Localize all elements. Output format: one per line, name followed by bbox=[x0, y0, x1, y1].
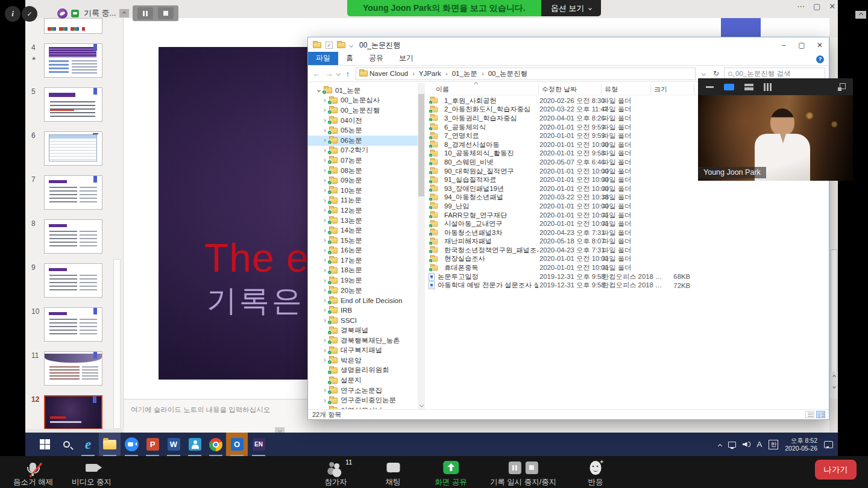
tray-expand-icon[interactable] bbox=[719, 439, 722, 450]
minimize-video-icon[interactable] bbox=[706, 86, 714, 88]
record-pause-stop-button[interactable]: 기록 일시 중지/중지 bbox=[490, 460, 556, 487]
gallery-view-icon[interactable] bbox=[764, 83, 772, 91]
tree-item[interactable]: ✓ IRB bbox=[308, 305, 425, 316]
tree-item[interactable]: ✓ 04이전 bbox=[308, 116, 425, 126]
network-icon[interactable] bbox=[728, 442, 736, 448]
stop-video-button[interactable]: 비디오 중지 bbox=[72, 460, 112, 487]
next-slide-button[interactable] bbox=[830, 382, 838, 391]
file-row[interactable]: 아동학대 예방 전문가 설문조사 설문지 2019-12-31 오후 9:58 … bbox=[426, 281, 828, 290]
file-row[interactable]: ✓ 94_아동청소년패널 2020-03-22 오전 10:38 파일 폴더 bbox=[426, 193, 828, 202]
tree-item[interactable]: ✓ 17논문 bbox=[308, 255, 425, 266]
pause-recording-button[interactable] bbox=[137, 7, 153, 19]
slide-thumbnail[interactable]: 7 ★ bbox=[25, 175, 123, 210]
active-speaker-view-icon[interactable] bbox=[724, 84, 734, 90]
new-folder-icon[interactable] bbox=[337, 42, 345, 48]
history-dropdown-icon[interactable] bbox=[336, 71, 341, 75]
collapse-recording-bar-button[interactable] bbox=[119, 9, 129, 17]
tree-item[interactable]: ✓ 연구소논문집 bbox=[308, 386, 425, 396]
scroll-top-button[interactable] bbox=[855, 11, 866, 19]
tree-item[interactable]: ✓ 20논문 bbox=[308, 286, 425, 296]
slide-thumbnail[interactable]: 11 ★ bbox=[25, 351, 123, 386]
taskbar-zoom-icon[interactable] bbox=[121, 433, 142, 456]
tree-item[interactable]: ✓ 생명윤리위원회 bbox=[308, 366, 425, 376]
close-window-icon[interactable]: ✕ bbox=[829, 2, 835, 11]
speaker-icon[interactable] bbox=[743, 442, 750, 447]
breadcrumb-segment[interactable]: 01_논문 bbox=[441, 70, 477, 77]
tree-item[interactable]: ✓ 00_논문진행 bbox=[308, 105, 425, 116]
ime-latin-icon[interactable]: A bbox=[757, 440, 763, 449]
slide-thumbnail[interactable]: 6 ★ bbox=[25, 131, 123, 166]
tree-item[interactable]: ✓ 16논문 bbox=[308, 246, 425, 256]
file-row[interactable]: ✓ 휴대폰중독 2020-01-01 오전 10:01 파일 폴더 bbox=[426, 263, 828, 272]
chat-button[interactable]: 채팅 bbox=[386, 460, 401, 487]
tree-item[interactable]: ✓ 06논문 bbox=[308, 136, 425, 146]
file-row[interactable]: ✓ 99_난임 2020-01-01 오전 10:00 파일 폴더 bbox=[426, 202, 828, 211]
participant-video[interactable]: Young Joon Park bbox=[698, 95, 853, 181]
column-header-date[interactable]: 수정한 날짜 bbox=[542, 85, 577, 94]
tree-item[interactable]: ✓ 14논문 bbox=[308, 225, 425, 236]
restore-window-icon[interactable]: ▢ bbox=[813, 2, 820, 11]
help-icon[interactable]: ? bbox=[816, 55, 824, 63]
tree-item[interactable]: ✓ 13논문 bbox=[308, 216, 425, 226]
back-icon[interactable]: ← bbox=[312, 69, 321, 78]
file-row[interactable]: 논문투고일정 2019-12-31 오후 9:58 한컴오피스 2018 … 6… bbox=[426, 272, 828, 281]
address-dropdown-icon[interactable] bbox=[699, 72, 708, 75]
slide-thumbnail[interactable]: 4 ★ bbox=[25, 43, 123, 78]
tree-item[interactable]: ✓ 연구준비중인논문 bbox=[308, 395, 425, 405]
slide-thumbnail[interactable]: 10 ★ bbox=[25, 307, 123, 342]
taskbar-endnote-icon[interactable]: EN bbox=[248, 433, 269, 456]
share-screen-button[interactable]: 화면 공유 bbox=[435, 460, 467, 487]
maximize-button[interactable]: ▢ bbox=[793, 37, 811, 53]
tree-item[interactable]: ✓ 09논문 bbox=[308, 175, 425, 186]
tree-scrollbar[interactable] bbox=[418, 83, 425, 409]
reactions-button[interactable]: + 반응 bbox=[588, 460, 603, 487]
pause-recording-icon[interactable] bbox=[508, 461, 521, 474]
tree-item[interactable]: ✓ End of Life Decision bbox=[308, 295, 425, 305]
taskbar-explorer-icon[interactable] bbox=[99, 433, 121, 456]
slide-thumbnail[interactable]: 8 ★ bbox=[25, 219, 123, 254]
view-options-button[interactable]: 옵션 보기 bbox=[541, 0, 602, 16]
taskbar-search-button[interactable] bbox=[55, 433, 77, 456]
up-icon[interactable]: ↑ bbox=[343, 69, 353, 78]
taskbar-hancom-icon[interactable] bbox=[184, 433, 206, 456]
tree-item[interactable]: ✓ 07논문 bbox=[308, 155, 425, 166]
minimize-button[interactable]: – bbox=[775, 37, 793, 53]
stop-recording-button[interactable] bbox=[158, 7, 174, 19]
thumbnail-scrollbar[interactable] bbox=[113, 259, 121, 429]
address-bar[interactable]: Naver CloudYJPark01_논문00_논문진행 bbox=[356, 67, 696, 80]
taskbar-outlook-icon[interactable]: O bbox=[226, 433, 248, 456]
search-input[interactable] bbox=[735, 70, 808, 77]
start-button[interactable] bbox=[34, 433, 55, 456]
tree-item[interactable]: ✓ 05논문 bbox=[308, 125, 425, 136]
tree-item[interactable]: ✓ 경북패널 bbox=[308, 325, 425, 336]
strip-view-icon[interactable] bbox=[744, 84, 753, 90]
scroll-down-icon[interactable] bbox=[418, 401, 425, 409]
more-options-icon[interactable]: ⋯ bbox=[797, 2, 805, 11]
tree-item[interactable]: ✓ 경북행복재단_농촌 bbox=[308, 336, 425, 346]
slide-thumbnail[interactable]: 5 ★ bbox=[25, 87, 123, 122]
quick-access-dropdown-icon[interactable] bbox=[349, 43, 353, 47]
tree-item[interactable]: ✓ 00_논문심사 bbox=[308, 96, 425, 106]
file-row[interactable]: ✓ 한국청소년정책연구원_패널조사 2020-04-23 오후 7:31 파일 … bbox=[426, 246, 828, 255]
column-header-type[interactable]: 유형 bbox=[605, 85, 618, 94]
file-row[interactable]: ✓ 재난피해자패널 2020-05-18 오후 8:07 파일 폴더 bbox=[426, 237, 828, 246]
forward-icon[interactable]: → bbox=[324, 69, 334, 78]
previous-slide-button[interactable] bbox=[830, 372, 838, 381]
ribbon-tab-3[interactable]: 공유 bbox=[361, 52, 391, 65]
security-shield-icon[interactable]: ✓ bbox=[22, 6, 37, 22]
large-icons-view-icon[interactable] bbox=[816, 411, 825, 418]
column-header-name[interactable]: 이름 bbox=[436, 85, 449, 94]
file-row[interactable]: ✓ 현장실습조사 2020-01-01 오전 10:01 파일 폴더 bbox=[426, 255, 828, 264]
tree-item[interactable]: ✓ 19논문 bbox=[308, 275, 425, 286]
breadcrumb-segment[interactable]: YJPark bbox=[408, 70, 441, 77]
ribbon-tab-1[interactable]: 파일 bbox=[308, 52, 338, 65]
slide-thumbnail[interactable]: 9 ★ bbox=[25, 263, 123, 298]
tree-item[interactable]: ✓ 11논문 bbox=[308, 196, 425, 206]
breadcrumb-segment[interactable]: 00_논문진행 bbox=[477, 70, 527, 77]
slide-thumbnail[interactable]: 12 ★ bbox=[25, 395, 123, 429]
tree-item[interactable]: ✓ 08논문 bbox=[308, 166, 425, 176]
stop-recording-icon[interactable] bbox=[525, 461, 538, 474]
ribbon-tab-2[interactable]: 홈 bbox=[338, 52, 361, 65]
tree-item[interactable]: ✓ SSCI bbox=[308, 316, 425, 326]
tree-item[interactable]: ✓ 15논문 bbox=[308, 236, 425, 246]
